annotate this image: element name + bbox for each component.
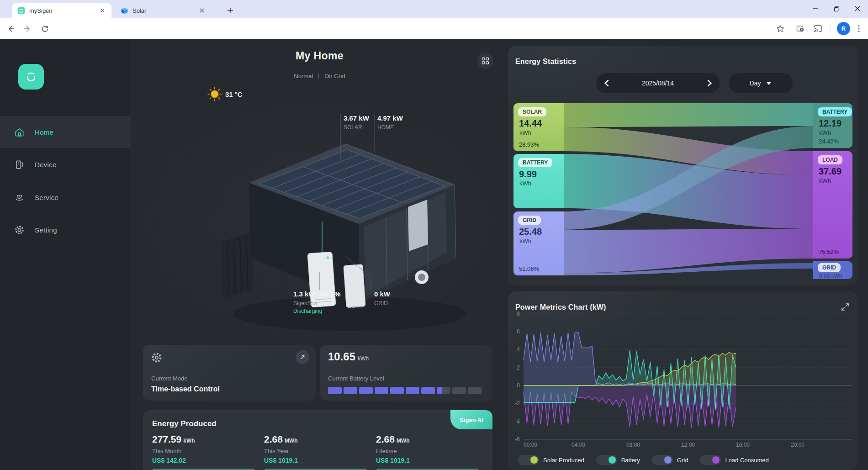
battery-segment-3 — [359, 387, 373, 394]
tab-label: mySigen — [29, 7, 94, 14]
back-button[interactable] — [4, 21, 18, 36]
sankey-node-battery-in[interactable]: BATTERY 9.99 kWh — [513, 154, 564, 208]
sidebar-item-service[interactable]: Service — [0, 181, 131, 213]
sidebar-item-home[interactable]: Home — [0, 116, 131, 148]
restore-button[interactable] — [826, 0, 847, 17]
reload-button[interactable] — [37, 21, 52, 36]
sankey-node-solar[interactable]: SOLAR 14.44 kWh 28.93% — [513, 103, 564, 151]
home-power-value: 4.97 kW — [377, 114, 403, 123]
battery-segment-2 — [344, 387, 357, 394]
profile-avatar[interactable]: R — [837, 22, 850, 35]
browser-tab-strip: mySigen Solar — [0, 0, 868, 18]
chevron-down-icon — [766, 82, 772, 85]
browser-menu-icon[interactable] — [852, 21, 866, 36]
sankey-node-grid-export[interactable]: GRID 0.03 kWh — [813, 261, 852, 279]
status-normal: Normal — [294, 73, 313, 79]
tab-close-icon[interactable] — [198, 7, 206, 15]
grid-export-kwh: 0.03 kWh — [819, 273, 852, 279]
legend-toggle-solar-produced[interactable]: Solar Produced — [518, 455, 584, 465]
legend-toggle-grid[interactable]: Grid — [652, 455, 688, 465]
sigen-ai-badge[interactable]: Sigen AI — [450, 410, 492, 429]
sidebar-item-device[interactable]: Device — [0, 148, 131, 180]
selected-date: 2025/08/14 — [642, 79, 674, 87]
sankey-flows — [513, 103, 852, 279]
legend-switch[interactable] — [700, 455, 721, 465]
grid-chip: GRID — [518, 216, 541, 225]
mode-label: Current Mode — [151, 375, 187, 382]
legend-toggle-battery[interactable]: Battery — [596, 455, 640, 465]
legend-label: Solar Produced — [543, 457, 584, 464]
energy-money: US$ 142.02 — [152, 457, 262, 464]
storage-state: Discharging — [293, 308, 340, 315]
tab-close-icon[interactable] — [98, 7, 106, 15]
range-select[interactable]: Day — [729, 73, 793, 93]
power-metrics-card: Power Metrics Chart (kW) 86420-2-4-600:0… — [508, 291, 858, 470]
load-unit: kWh — [819, 177, 852, 184]
house-illustration — [208, 107, 491, 336]
search-tabs-icon[interactable] — [793, 21, 808, 36]
sidebar-item-label: Device — [35, 161, 57, 169]
grid-import-pct: 51.06% — [519, 265, 539, 272]
legend-switch[interactable] — [518, 455, 539, 465]
y-tick-label: -4 — [515, 418, 520, 425]
open-mode-button[interactable]: ↗ — [296, 350, 309, 364]
energy-sankey: SOLAR 14.44 kWh 28.93% BATTERY 9.99 kWh … — [513, 103, 852, 279]
energy-statistics-title: Energy Statistics — [515, 58, 576, 66]
sidebar-item-label: Setting — [35, 226, 57, 234]
energy-period: This Month — [152, 448, 262, 454]
solar-unit: kWh — [519, 129, 564, 136]
solar-power-value: 3.67 kW — [344, 114, 369, 123]
battery-level-card[interactable]: 10.65kWh Current Battery Level — [320, 345, 492, 401]
energy-period: This Year — [264, 448, 374, 454]
new-tab-button[interactable] — [224, 4, 237, 17]
bookmark-star-icon[interactable] — [773, 21, 788, 36]
sankey-node-grid-in[interactable]: GRID 25.48 kWh 51.06% — [513, 211, 564, 275]
y-tick-label: -2 — [515, 400, 520, 407]
minimize-button[interactable] — [805, 0, 826, 17]
sidebar: Home Device Service Setting — [0, 39, 131, 470]
battery-segment-4 — [375, 387, 388, 394]
y-tick-label: 8 — [517, 311, 520, 317]
tab-separator — [215, 5, 215, 14]
cast-icon[interactable] — [810, 21, 825, 36]
prev-day-button[interactable] — [596, 73, 616, 93]
battery-segments — [328, 387, 482, 394]
layout-grid-button[interactable] — [477, 53, 493, 69]
solar-favicon-icon — [121, 7, 128, 15]
current-mode-card[interactable]: ↗ Current Mode Time-based Control — [143, 345, 316, 401]
load-kwh: 37.69 — [819, 166, 852, 177]
sidebar-item-label: Home — [35, 128, 53, 136]
home-panel: My Home NormalOn Grid 31 °C — [131, 39, 508, 470]
sidebar-item-setting[interactable]: Setting — [0, 214, 131, 246]
forward-button[interactable] — [20, 21, 35, 36]
status-grid: On Grid — [324, 73, 345, 79]
battery-segment-10 — [468, 387, 482, 394]
energy-unit: MWh — [397, 438, 410, 444]
battery-in-kwh: 12.19 — [819, 118, 852, 129]
sigen-favicon-icon — [17, 7, 25, 15]
load-chip: LOAD — [818, 155, 842, 164]
energy-lifetime-column: 2.68MWh Lifetime US$ 1019.1 — [376, 434, 486, 464]
home-power-label: 4.97 kW HOME — [377, 114, 403, 131]
sankey-node-battery-charged[interactable]: BATTERY 12.19 kWh 24.42% — [813, 103, 852, 148]
legend-switch[interactable] — [596, 455, 617, 465]
battery-segment-1 — [328, 387, 342, 394]
tab-mysigen[interactable]: mySigen — [12, 3, 111, 18]
date-picker[interactable]: 2025/08/14 — [596, 73, 720, 93]
x-tick-label: 20:00 — [791, 442, 804, 448]
battery-kwh-value: 10.65 — [328, 350, 355, 363]
solar-chip: SOLAR — [518, 107, 546, 116]
legend-switch[interactable] — [652, 455, 673, 465]
next-day-button[interactable] — [699, 73, 720, 93]
energy-statistics-card: Energy Statistics 2025/08/14 Day — [508, 46, 858, 285]
legend-toggle-load-consumed[interactable]: Load Consumed — [700, 455, 768, 465]
energy-produced-title: Energy Produced — [152, 419, 217, 428]
energy-value: 2.68 — [376, 434, 395, 444]
close-window-button[interactable] — [847, 0, 868, 17]
energy-unit: kWh — [183, 438, 195, 444]
battery-chip: BATTERY — [518, 158, 552, 167]
sankey-node-load[interactable]: LOAD 37.69 kWh 75.52% — [813, 151, 852, 259]
power-chart[interactable]: 86420-2-4-600:0004:0008:0012:0016:0020:0… — [508, 291, 858, 452]
legend-color-dot — [530, 456, 538, 464]
tab-solar[interactable]: Solar — [115, 3, 211, 18]
